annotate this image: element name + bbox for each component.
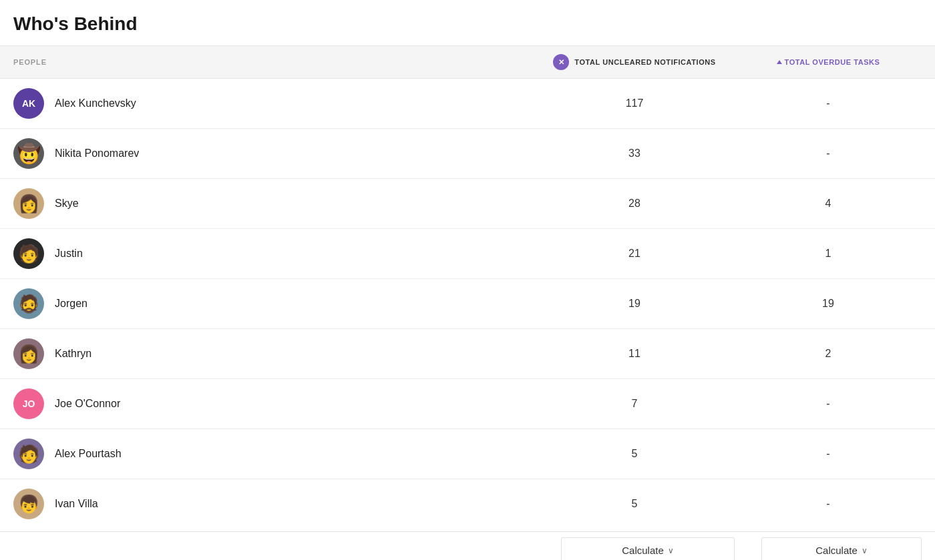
table-row: Ivan Villa 5 - bbox=[0, 479, 935, 529]
page-title: Who's Behind bbox=[13, 13, 922, 35]
person-cell: JO Joe O'Connor bbox=[13, 388, 534, 419]
overdue-value: 4 bbox=[735, 198, 922, 210]
table-row: Justin 21 1 bbox=[0, 229, 935, 279]
chevron-down-icon: ∨ bbox=[668, 546, 674, 555]
avatar bbox=[13, 489, 44, 519]
person-cell: Ivan Villa bbox=[13, 489, 534, 519]
col-overdue-label: TOTAL OVERDUE TASKS bbox=[785, 58, 880, 66]
table-footer: Calculate ∨ Calculate ∨ bbox=[0, 531, 935, 560]
calculate-overdue-label: Calculate bbox=[815, 545, 858, 556]
overdue-value: 19 bbox=[735, 298, 922, 310]
table-row: JO Joe O'Connor 7 - bbox=[0, 379, 935, 429]
table-row: Kathryn 11 2 bbox=[0, 329, 935, 379]
table-body: AK Alex Kunchevsky 117 - Nikita Ponomare… bbox=[0, 79, 935, 529]
table-row: Skye 28 4 bbox=[0, 179, 935, 229]
avatar bbox=[13, 188, 44, 219]
person-cell: Jorgen bbox=[13, 288, 534, 319]
person-name: Nikita Ponomarev bbox=[55, 148, 139, 160]
avatar bbox=[13, 338, 44, 369]
notifications-value: 5 bbox=[534, 448, 735, 460]
person-name: Ivan Villa bbox=[55, 498, 98, 510]
col-notifications-header: TOTAL UNCLEARED NOTIFICATIONS bbox=[534, 54, 735, 70]
calculate-notifications-label: Calculate bbox=[622, 545, 664, 556]
table-row: AK Alex Kunchevsky 117 - bbox=[0, 79, 935, 129]
col-people-header: PEOPLE bbox=[13, 58, 534, 66]
person-cell: Nikita Ponomarev bbox=[13, 138, 534, 169]
notifications-value: 33 bbox=[534, 148, 735, 160]
person-name: Justin bbox=[55, 248, 83, 260]
page-header: Who's Behind bbox=[0, 0, 935, 46]
avatar bbox=[13, 288, 44, 319]
overdue-value: - bbox=[735, 97, 922, 109]
table-row: Nikita Ponomarev 33 - bbox=[0, 129, 935, 179]
avatar bbox=[13, 238, 44, 269]
table-row: Alex Pourtash 5 - bbox=[0, 429, 935, 479]
close-notifications-button[interactable] bbox=[553, 54, 569, 70]
person-name: Jorgen bbox=[55, 298, 87, 310]
person-name: Skye bbox=[55, 198, 79, 210]
overdue-value: - bbox=[735, 448, 922, 460]
chevron-down-icon-2: ∨ bbox=[862, 546, 868, 555]
calculate-overdue-button[interactable]: Calculate ∨ bbox=[761, 537, 922, 560]
page-container: Who's Behind PEOPLE TOTAL UNCLEARED NOTI… bbox=[0, 0, 935, 560]
notifications-value: 11 bbox=[534, 348, 735, 360]
col-overdue-header[interactable]: TOTAL OVERDUE TASKS bbox=[735, 58, 922, 66]
person-cell: Alex Pourtash bbox=[13, 439, 534, 469]
person-name: Joe O'Connor bbox=[55, 398, 120, 410]
overdue-value: 2 bbox=[735, 348, 922, 360]
calculate-notifications-button[interactable]: Calculate ∨ bbox=[561, 537, 735, 560]
footer-empty bbox=[0, 532, 548, 560]
table-header: PEOPLE TOTAL UNCLEARED NOTIFICATIONS TOT… bbox=[0, 46, 935, 79]
person-name: Kathryn bbox=[55, 348, 91, 360]
person-cell: AK Alex Kunchevsky bbox=[13, 88, 534, 119]
notifications-value: 21 bbox=[534, 248, 735, 260]
person-cell: Justin bbox=[13, 238, 534, 269]
avatar: AK bbox=[13, 88, 44, 119]
notifications-value: 19 bbox=[534, 298, 735, 310]
table-container: PEOPLE TOTAL UNCLEARED NOTIFICATIONS TOT… bbox=[0, 46, 935, 560]
person-cell: Kathryn bbox=[13, 338, 534, 369]
overdue-value: - bbox=[735, 498, 922, 510]
notifications-value: 28 bbox=[534, 198, 735, 210]
person-name: Alex Kunchevsky bbox=[55, 97, 136, 109]
avatar bbox=[13, 138, 44, 169]
overdue-value: 1 bbox=[735, 248, 922, 260]
overdue-value: - bbox=[735, 398, 922, 410]
person-cell: Skye bbox=[13, 188, 534, 219]
footer-overdue-calculate: Calculate ∨ bbox=[748, 532, 935, 560]
col-notifications-label: TOTAL UNCLEARED NOTIFICATIONS bbox=[574, 57, 715, 67]
table-row: Jorgen 19 19 bbox=[0, 279, 935, 329]
avatar bbox=[13, 439, 44, 469]
overdue-value: - bbox=[735, 148, 922, 160]
avatar: JO bbox=[13, 388, 44, 419]
sort-arrow-icon bbox=[777, 60, 782, 64]
notifications-value: 117 bbox=[534, 97, 735, 109]
notifications-value: 7 bbox=[534, 398, 735, 410]
notifications-value: 5 bbox=[534, 498, 735, 510]
footer-notifications-calculate: Calculate ∨ bbox=[548, 532, 748, 560]
person-name: Alex Pourtash bbox=[55, 448, 122, 460]
